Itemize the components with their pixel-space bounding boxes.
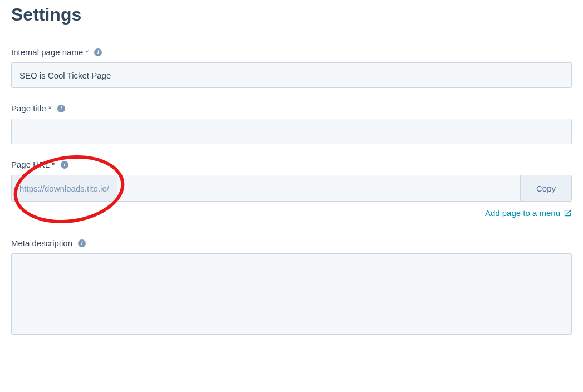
page-url-input[interactable]	[117, 175, 520, 202]
page-url-input-group: https://downloads.tito.io/ Copy	[11, 175, 572, 202]
page-title-input[interactable]	[11, 119, 572, 144]
page-title-group: Page title * i	[11, 104, 572, 144]
meta-description-textarea[interactable]	[11, 253, 572, 335]
internal-page-name-label: Internal page name * i	[11, 47, 572, 57]
add-page-link-row: Add page to a menu	[11, 208, 572, 218]
meta-description-label-text: Meta description	[11, 238, 72, 248]
meta-description-label: Meta description i	[11, 238, 572, 248]
copy-button[interactable]: Copy	[520, 175, 572, 202]
page-url-label-text: Page URL *	[11, 160, 55, 169]
add-page-link-text: Add page to a menu	[485, 208, 560, 218]
page-url-prefix: https://downloads.tito.io/	[11, 175, 117, 202]
add-page-to-menu-link[interactable]: Add page to a menu	[485, 208, 572, 218]
page-title-label-text: Page title *	[11, 104, 52, 113]
meta-description-group: Meta description i	[11, 238, 572, 337]
page-url-group: Page URL * i https://downloads.tito.io/ …	[11, 160, 572, 202]
info-icon[interactable]: i	[61, 161, 68, 169]
internal-page-name-group: Internal page name * i	[11, 47, 572, 88]
page-title-label: Page title * i	[11, 104, 572, 113]
internal-page-name-input[interactable]	[11, 62, 572, 88]
info-icon[interactable]: i	[78, 239, 86, 247]
external-link-icon	[564, 209, 572, 217]
info-icon[interactable]: i	[94, 48, 102, 56]
internal-page-name-label-text: Internal page name *	[11, 47, 89, 57]
info-icon[interactable]: i	[57, 105, 65, 112]
settings-heading: Settings	[11, 4, 572, 25]
page-url-label: Page URL * i	[11, 160, 572, 169]
